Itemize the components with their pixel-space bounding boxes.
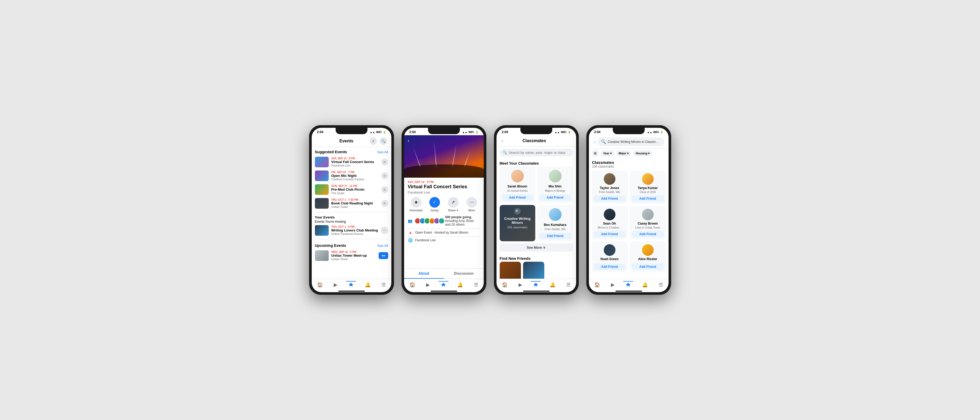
battery-icon-3: 🔋 xyxy=(568,131,571,134)
wifi-icon-2: WiFi xyxy=(468,131,474,134)
back-button-2[interactable]: ‹ xyxy=(407,137,410,144)
add-friend-alice[interactable]: Add Friend xyxy=(632,263,664,270)
nav-home-2[interactable]: 🏠 xyxy=(407,281,417,288)
going-button[interactable]: ★▾ xyxy=(379,252,388,259)
add-friend-noah[interactable]: Add Friend xyxy=(594,263,625,270)
event-item-2[interactable]: FRI, SEP 25 · 7 PM Open Mic Night Cardin… xyxy=(312,169,391,183)
signal-icon-3: ▲▲ xyxy=(555,131,560,134)
tab-discussion[interactable]: Discussion xyxy=(444,269,484,279)
wifi-icon: WiFi xyxy=(376,131,382,134)
tab-about[interactable]: About xyxy=(404,269,444,279)
more-button[interactable]: ⋯ More xyxy=(464,197,480,212)
event-thumb-4 xyxy=(315,198,329,209)
nav-bell-4[interactable]: 🔔 xyxy=(640,281,650,288)
find-friends-row xyxy=(496,262,576,279)
bookmark-1[interactable]: ☆ xyxy=(381,158,388,165)
nav-bell-1[interactable]: 🔔 xyxy=(363,281,373,288)
info-tanya: Class of 2020 xyxy=(640,191,656,193)
add-friend-tanya[interactable]: Add Friend xyxy=(632,195,664,202)
event-venue-3: The Quad xyxy=(331,192,379,195)
nav-classmates-3[interactable] xyxy=(531,281,541,288)
nav-video-1[interactable]: ▶ xyxy=(332,281,340,288)
going-button[interactable]: ✓ Going xyxy=(426,197,443,212)
nav-classmates-2[interactable] xyxy=(438,281,449,288)
search-icon-4: 🔍 xyxy=(601,139,606,144)
event-venue-1: Facebook Live xyxy=(331,164,379,167)
add-friend-taylor[interactable]: Add Friend xyxy=(594,195,625,202)
event-item-4[interactable]: THU, OCT 1 · 7:30 PM Book Club Reading N… xyxy=(312,197,391,210)
event-item-3[interactable]: SUN, SEP 27 · 12 PM Pre-Med Club Picnic … xyxy=(312,183,391,197)
nav-menu-1[interactable]: ☰ xyxy=(379,281,388,288)
filter-year[interactable]: Year ▾ xyxy=(601,151,614,157)
upcoming-see-all[interactable]: See All xyxy=(377,244,388,248)
back-button-3[interactable]: ‹ xyxy=(501,137,504,144)
nav-home-1[interactable]: 🏠 xyxy=(315,281,325,288)
share-button[interactable]: ↗ Share ▾ xyxy=(445,197,461,212)
add-friend-mia[interactable]: Add Friend xyxy=(539,194,571,201)
search-bar-3[interactable]: 🔍 Search by name, year, major or class xyxy=(500,149,573,157)
nav-bell-2[interactable]: 🔔 xyxy=(455,281,465,288)
bookmark-4[interactable]: ☆ xyxy=(381,200,388,207)
find-friends-header: Find New Friends xyxy=(496,254,576,262)
avatar-sean xyxy=(604,209,616,220)
nav-menu-4[interactable]: ☰ xyxy=(657,281,665,288)
hosting-event-1[interactable]: THU, OCT 1 · 6 PM Writing Lovers Club Me… xyxy=(312,223,391,237)
battery-icon: 🔋 xyxy=(383,131,386,134)
classmates-grid: Sarah Bloom 31 mutual friends Add Friend… xyxy=(496,166,576,241)
add-friend-ben[interactable]: Add Friend xyxy=(539,233,571,239)
see-more-button[interactable]: See More ∨ xyxy=(500,243,573,252)
going-label: Going xyxy=(431,209,438,212)
upcoming-event-1[interactable]: WED, SEP 16 · 5 PM Unitas Tower Meet-up … xyxy=(312,249,391,263)
upcoming-date: WED, SEP 16 · 5 PM xyxy=(331,250,376,254)
location-row: 🌐 Facebook Live xyxy=(408,236,480,244)
result-card-alice: Alice Rissler Add Friend xyxy=(630,242,666,272)
nav-classmates-1[interactable] xyxy=(346,281,356,288)
filter-housing[interactable]: Housing ▾ xyxy=(633,151,652,157)
add-friend-sarah[interactable]: Add Friend xyxy=(502,194,533,201)
filter-settings-button[interactable]: ⚙ xyxy=(592,149,599,157)
results-title: Classmates xyxy=(592,160,665,165)
nav-classmates-4[interactable] xyxy=(623,281,633,288)
action-buttons: ★ Interested ✓ Going ↗ Share ▾ xyxy=(408,197,480,212)
add-friend-sean[interactable]: Add Friend xyxy=(594,231,625,237)
nav-menu-3[interactable]: ☰ xyxy=(564,281,573,288)
detail-venue: Facebook Live xyxy=(408,190,480,194)
nav-bell-3[interactable]: 🔔 xyxy=(547,281,558,288)
result-card-tanya: Tanya Kumar Class of 2020 Add Friend xyxy=(630,171,666,204)
suggested-see-all[interactable]: See All xyxy=(377,150,388,154)
event-info-1: SAT, SEP 12 · 8 PM Virtual Fall Concert … xyxy=(331,157,379,167)
event-thumb-3 xyxy=(315,184,329,195)
nav-video-3[interactable]: ▶ xyxy=(516,281,524,288)
name-ben: Ben Kumahara xyxy=(544,223,566,227)
results-grid: Taylor Jones From Seattle, WA Add Friend… xyxy=(589,169,668,274)
filter-major[interactable]: Major ▾ xyxy=(616,151,632,157)
home-indicator-3 xyxy=(523,291,550,292)
nav-video-4[interactable]: ▶ xyxy=(609,281,617,288)
event-info-2: FRI, SEP 25 · 7 PM Open Mic Night Cardin… xyxy=(331,171,379,181)
back-button-4[interactable]: ‹ xyxy=(593,138,597,145)
manage-button[interactable]: ⋯ xyxy=(381,227,388,234)
interested-button[interactable]: ★ Interested xyxy=(408,197,424,212)
name-casey: Casey Brown xyxy=(638,222,658,225)
name-sean: Sean Oh xyxy=(603,222,616,225)
nav-video-2[interactable]: ▶ xyxy=(424,281,432,288)
info-ben: From Seattle, WA xyxy=(544,228,566,231)
add-friend-casey[interactable]: Add Friend xyxy=(632,231,664,237)
classmate-card-writing[interactable]: 🔍 Creative Writing Minors 156 classmates xyxy=(500,205,535,241)
detail-title: Virtual Fall Concert Series xyxy=(408,184,480,190)
see-more-label: See More ∨ xyxy=(527,246,546,249)
nav-home-3[interactable]: 🏠 xyxy=(500,281,510,288)
search-bar-4[interactable]: 🔍 Creative Writing Minors in Classm... xyxy=(598,137,664,146)
bookmark-2[interactable]: ☆ xyxy=(381,172,388,179)
search-button-1[interactable]: 🔍 xyxy=(380,137,387,145)
add-event-button[interactable]: ＋ xyxy=(369,137,377,145)
suggested-title: Suggested Events xyxy=(315,150,347,154)
nav-home-4[interactable]: 🏠 xyxy=(592,281,602,288)
bookmark-3[interactable]: ☆ xyxy=(381,186,388,193)
name-mia: Mia Shin xyxy=(549,185,562,188)
nav-menu-2[interactable]: ☰ xyxy=(472,281,480,288)
status-icons-2: ▲▲ WiFi 🔋 xyxy=(462,131,479,134)
bottom-nav-2: 🏠 ▶ 🔔 ☰ xyxy=(404,279,484,290)
event-item-1[interactable]: SAT, SEP 12 · 8 PM Virtual Fall Concert … xyxy=(312,155,391,169)
event-name-2: Open Mic Night xyxy=(331,174,379,178)
